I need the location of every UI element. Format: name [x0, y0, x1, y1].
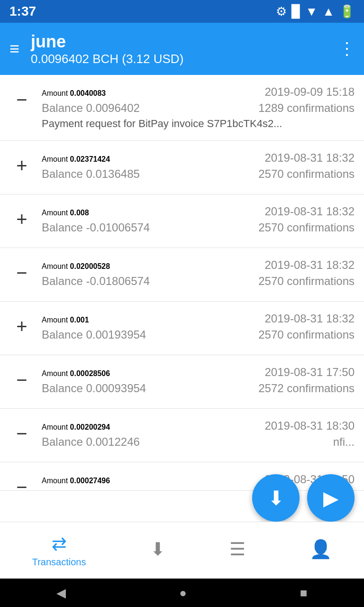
minus-icon: − — [9, 87, 34, 112]
tx-date: 2019-08-31 18:32 — [265, 151, 355, 165]
tx-date: 2019-08-31 17:50 — [265, 366, 355, 379]
app-bar-left: ≡ june 0.0096402 BCH (3.12 USD) — [9, 32, 183, 66]
sim-icon: ▉ — [291, 4, 301, 19]
tx-amount-row: Amount 0.00200294 2019-08-31 18:30 — [42, 419, 355, 432]
more-options-button[interactable]: ⋮ — [338, 39, 355, 59]
tx-amount-row: Amount 0.02000528 2019-08-31 18:32 — [42, 258, 355, 272]
tx-amount-label: Amount 0.0040083 — [42, 89, 106, 98]
plus-icon: + — [9, 153, 34, 178]
tx-amount-label: Amount 0.00028506 — [42, 369, 110, 378]
tx-balance-row: Balance 0.00093954 2572 confirmations — [42, 382, 355, 395]
tx-date: 2019-08-31 18:32 — [265, 258, 355, 272]
tx-confirmations: 1289 confirmations — [258, 101, 355, 115]
tx-confirmations: 2572 confirmations — [258, 382, 355, 395]
menu-button[interactable]: ≡ — [9, 39, 19, 59]
status-bar: 1:37 ⚙ ▉ ▼ ▲ 🔋 — [0, 0, 364, 23]
tx-balance-row: Balance 0.0136485 2570 confirmations — [42, 167, 355, 181]
tx-amount-row: Amount 0.008 2019-08-31 18:32 — [42, 205, 355, 218]
status-time: 1:37 — [9, 4, 36, 19]
minus-icon: − — [9, 368, 34, 392]
recent-button[interactable]: ■ — [300, 586, 308, 600]
send-fab[interactable]: ▶ — [307, 474, 355, 522]
tx-amount-label: Amount 0.00027496 — [42, 477, 110, 485]
tx-body: Amount 0.00028506 2019-08-31 17:50 Balan… — [42, 366, 355, 398]
tx-amount-label: Amount 0.001 — [42, 316, 89, 324]
plus-icon: + — [9, 314, 34, 339]
tx-date: 2019-09-09 15:18 — [265, 85, 355, 99]
tx-balance-row: Balance -0.01006574 2570 confirmations — [42, 221, 355, 234]
tx-body: Amount 0.008 2019-08-31 18:32 Balance -0… — [42, 205, 355, 237]
wifi-icon: ▼ — [306, 4, 318, 19]
transactions-icon: ⇄ — [52, 533, 67, 554]
tx-balance-label: Balance -0.01806574 — [42, 275, 150, 288]
signal-icon: ▲ — [322, 4, 335, 19]
tx-balance-row: Balance -0.01806574 2570 confirmations — [42, 275, 355, 288]
receive-nav-icon: ⬇ — [150, 539, 165, 560]
tx-balance-label: Balance 0.00193954 — [42, 328, 146, 341]
tx-body: Amount 0.02371424 2019-08-31 18:32 Balan… — [42, 151, 355, 184]
nav-transactions[interactable]: ⇄ Transactions — [32, 533, 86, 568]
tx-body: Amount 0.0040083 2019-09-09 15:18 Balanc… — [42, 85, 355, 130]
tx-balance-row: Balance 0.0096402 1289 confirmations — [42, 101, 355, 115]
tx-balance-label: Balance 0.00093954 — [42, 382, 146, 395]
tx-amount-label: Amount 0.02371424 — [42, 155, 110, 164]
tx-balance-row: Balance 0.0012246 nfi... — [42, 435, 355, 449]
send-icon: ▶ — [323, 487, 338, 510]
battery-icon: 🔋 — [339, 4, 355, 19]
receive-icon: ⬇ — [268, 487, 284, 510]
tx-amount-row: Amount 0.0040083 2019-09-09 15:18 — [42, 85, 355, 99]
receive-fab[interactable]: ⬇ — [252, 474, 300, 522]
wallet-balance: 0.0096402 BCH (3.12 USD) — [31, 52, 183, 66]
tx-balance-label: Balance -0.01006574 — [42, 221, 150, 234]
wallet-info: june 0.0096402 BCH (3.12 USD) — [31, 32, 183, 66]
transactions-label: Transactions — [32, 557, 86, 568]
table-row[interactable]: − Amount 0.02000528 2019-08-31 18:32 Bal… — [0, 248, 364, 302]
nav-receive[interactable]: ⬇ — [150, 539, 165, 562]
tx-amount-label: Amount 0.02000528 — [42, 262, 110, 271]
settings-icon: ⚙ — [276, 4, 287, 19]
tx-amount-label: Amount 0.008 — [42, 209, 89, 217]
tx-balance-label: Balance 0.0012246 — [42, 435, 140, 449]
tx-confirmations: 2570 confirmations — [258, 275, 355, 288]
tx-body: Amount 0.001 2019-08-31 18:32 Balance 0.… — [42, 312, 355, 344]
tx-confirmations: 2570 confirmations — [258, 167, 355, 181]
home-button[interactable]: ● — [179, 586, 187, 600]
fab-container: ⬇ ▶ — [252, 474, 355, 522]
tx-confirmations: 2570 confirmations — [258, 221, 355, 234]
table-row[interactable]: − Amount 0.0040083 2019-09-09 15:18 Bala… — [0, 75, 364, 141]
status-icons: ⚙ ▉ ▼ ▲ 🔋 — [276, 4, 355, 19]
tx-balance-label: Balance 0.0136485 — [42, 167, 140, 181]
android-nav-bar: ◀ ● ■ — [0, 579, 364, 607]
tx-note: Payment request for BitPay invoice S7P1b… — [42, 118, 355, 130]
minus-icon: − — [9, 421, 34, 446]
tx-body: Amount 0.00200294 2019-08-31 18:30 Balan… — [42, 419, 355, 451]
tx-amount-row: Amount 0.00028506 2019-08-31 17:50 — [42, 366, 355, 379]
tx-amount-row: Amount 0.02371424 2019-08-31 18:32 — [42, 151, 355, 165]
bottom-nav: ⇄ Transactions ⬇ ☰ 👤 — [0, 522, 364, 579]
table-row[interactable]: − Amount 0.00028506 2019-08-31 17:50 Bal… — [0, 355, 364, 409]
tx-balance-label: Balance 0.0096402 — [42, 101, 140, 115]
nav-profile[interactable]: 👤 — [309, 539, 332, 562]
app-bar: ≡ june 0.0096402 BCH (3.12 USD) ⋮ — [0, 23, 364, 75]
table-row[interactable]: + Amount 0.001 2019-08-31 18:32 Balance … — [0, 302, 364, 355]
table-row[interactable]: + Amount 0.008 2019-08-31 18:32 Balance … — [0, 194, 364, 248]
tx-confirmations: nfi... — [333, 435, 355, 449]
tx-date: 2019-08-31 18:32 — [265, 312, 355, 325]
tx-amount-label: Amount 0.00200294 — [42, 423, 110, 432]
menu-nav-icon: ☰ — [229, 539, 246, 560]
tx-amount-row: Amount 0.001 2019-08-31 18:32 — [42, 312, 355, 325]
tx-date: 2019-08-31 18:30 — [265, 419, 355, 432]
wallet-name: june — [31, 32, 183, 52]
back-button[interactable]: ◀ — [56, 586, 66, 600]
nav-menu[interactable]: ☰ — [229, 539, 246, 562]
minus-icon: − — [9, 475, 34, 491]
tx-balance-row: Balance 0.00193954 2570 confirmations — [42, 328, 355, 341]
table-row[interactable]: − Amount 0.00200294 2019-08-31 18:30 Bal… — [0, 409, 364, 462]
table-row[interactable]: + Amount 0.02371424 2019-08-31 18:32 Bal… — [0, 141, 364, 194]
minus-icon: − — [9, 260, 34, 285]
profile-nav-icon: 👤 — [309, 539, 332, 560]
tx-confirmations: 2570 confirmations — [258, 328, 355, 341]
tx-date: 2019-08-31 18:32 — [265, 205, 355, 218]
tx-body: Amount 0.02000528 2019-08-31 18:32 Balan… — [42, 258, 355, 291]
plus-icon: + — [9, 207, 34, 231]
